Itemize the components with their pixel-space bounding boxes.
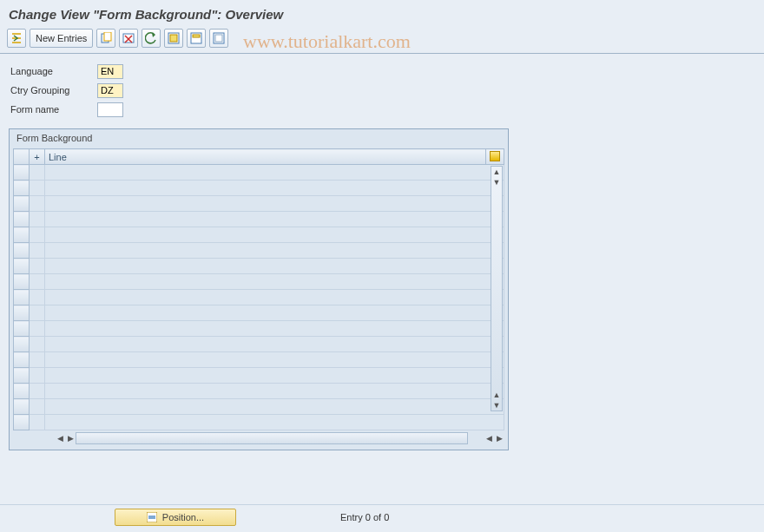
cell-line[interactable] <box>45 259 504 274</box>
cell-line[interactable] <box>45 165 504 181</box>
cell-line[interactable] <box>45 290 504 305</box>
entry-count-text: Entry 0 of 0 <box>340 512 389 522</box>
table-row[interactable] <box>14 399 504 415</box>
row-selector[interactable] <box>14 165 30 181</box>
table-row[interactable] <box>14 243 504 259</box>
delete-icon-button[interactable] <box>119 29 138 48</box>
vertical-scrollbar[interactable]: ▲ ▼ ▲ ▼ <box>491 166 503 411</box>
cell-plus[interactable] <box>30 259 45 274</box>
config-icon <box>490 151 500 161</box>
table-row[interactable] <box>14 305 504 321</box>
hscroll-left-end-icon[interactable]: ◀ <box>484 433 494 443</box>
table-row[interactable] <box>14 259 504 274</box>
cell-line[interactable] <box>45 337 504 352</box>
row-selector[interactable] <box>14 305 30 321</box>
row-selector[interactable] <box>14 181 30 196</box>
cell-plus[interactable] <box>30 305 45 321</box>
cell-line[interactable] <box>45 274 504 290</box>
form-name-input[interactable] <box>97 102 123 117</box>
table-row[interactable] <box>14 415 504 430</box>
cell-plus[interactable] <box>30 165 45 181</box>
scroll-up-bottom-icon[interactable]: ▲ <box>491 390 502 400</box>
row-selector[interactable] <box>14 384 30 399</box>
cell-plus[interactable] <box>30 196 45 212</box>
cell-plus[interactable] <box>30 368 45 384</box>
row-selector[interactable] <box>14 399 30 415</box>
column-line-header[interactable]: Line <box>45 149 486 165</box>
row-selector[interactable] <box>14 368 30 384</box>
position-button[interactable]: Position... <box>115 509 236 526</box>
cell-plus[interactable] <box>30 274 45 290</box>
cell-line[interactable] <box>45 227 504 243</box>
cell-plus[interactable] <box>30 399 45 415</box>
hscroll-right-icon[interactable]: ▶ <box>65 433 76 443</box>
table-row[interactable] <box>14 227 504 243</box>
cell-plus[interactable] <box>30 337 45 352</box>
cell-plus[interactable] <box>30 212 45 227</box>
expand-icon-button[interactable] <box>7 29 26 48</box>
table-row[interactable] <box>14 384 504 399</box>
ctry-grouping-label: Ctry Grouping <box>10 85 97 95</box>
ctry-grouping-input[interactable] <box>97 83 123 98</box>
undo-icon-button[interactable] <box>142 29 161 48</box>
cell-plus[interactable] <box>30 415 45 430</box>
cell-plus[interactable] <box>30 181 45 196</box>
cell-plus[interactable] <box>30 243 45 259</box>
table-row[interactable] <box>14 337 504 352</box>
table-row[interactable] <box>14 368 504 384</box>
table-row[interactable] <box>14 165 504 181</box>
row-selector[interactable] <box>14 212 30 227</box>
column-config-header[interactable] <box>486 149 504 165</box>
scroll-down-icon[interactable]: ▼ <box>491 177 502 187</box>
cell-line[interactable] <box>45 321 504 337</box>
row-selector[interactable] <box>14 337 30 352</box>
scroll-down-bottom-icon[interactable]: ▼ <box>491 400 502 410</box>
cell-plus[interactable] <box>30 290 45 305</box>
table-row[interactable] <box>14 196 504 212</box>
svg-rect-1 <box>104 32 111 41</box>
table-row[interactable] <box>14 212 504 227</box>
hscroll-right-end-icon[interactable]: ▶ <box>494 433 504 443</box>
table-row[interactable] <box>14 321 504 337</box>
row-selector[interactable] <box>14 290 30 305</box>
row-selector[interactable] <box>14 321 30 337</box>
row-selector[interactable] <box>14 415 30 430</box>
cell-line[interactable] <box>45 305 504 321</box>
cell-line[interactable] <box>45 196 504 212</box>
cell-line[interactable] <box>45 399 504 415</box>
table-row[interactable] <box>14 352 504 368</box>
cell-line[interactable] <box>45 384 504 399</box>
select-all-icon-button[interactable] <box>164 29 183 48</box>
cell-line[interactable] <box>45 181 504 196</box>
row-selector[interactable] <box>14 196 30 212</box>
row-selector[interactable] <box>14 352 30 368</box>
row-selector-header[interactable] <box>14 149 30 165</box>
table-row[interactable] <box>14 274 504 290</box>
cell-plus[interactable] <box>30 352 45 368</box>
cell-line[interactable] <box>45 368 504 384</box>
cell-line[interactable] <box>45 415 504 430</box>
row-selector[interactable] <box>14 259 30 274</box>
cell-line[interactable] <box>45 212 504 227</box>
cell-line[interactable] <box>45 243 504 259</box>
cell-plus[interactable] <box>30 227 45 243</box>
column-plus-header[interactable]: + <box>30 149 45 165</box>
new-entries-button[interactable]: New Entries <box>30 29 93 48</box>
form-name-label: Form name <box>10 104 97 115</box>
hscroll-left-icon[interactable]: ◀ <box>55 433 65 443</box>
horizontal-scrollbar[interactable] <box>76 432 468 444</box>
scroll-up-icon[interactable]: ▲ <box>491 167 502 177</box>
deselect-all-icon-button[interactable] <box>209 29 228 48</box>
cell-plus[interactable] <box>30 384 45 399</box>
select-block-icon-button[interactable] <box>187 29 206 48</box>
cell-line[interactable] <box>45 352 504 368</box>
table-row[interactable] <box>14 181 504 196</box>
copy-icon-button[interactable] <box>96 29 115 48</box>
row-selector[interactable] <box>14 274 30 290</box>
row-selector[interactable] <box>14 243 30 259</box>
language-input[interactable] <box>97 64 123 79</box>
row-selector[interactable] <box>14 227 30 243</box>
cell-plus[interactable] <box>30 321 45 337</box>
table-row[interactable] <box>14 290 504 305</box>
svg-rect-6 <box>193 35 200 37</box>
